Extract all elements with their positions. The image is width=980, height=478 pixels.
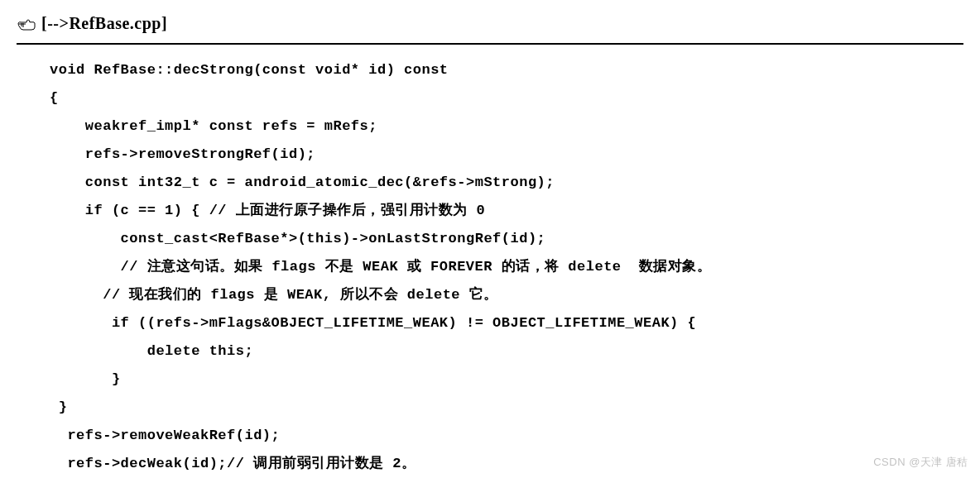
- code-line: const_cast<RefBase*>(this)->onLastStrong…: [50, 231, 545, 246]
- code-line: {: [50, 90, 59, 106]
- code-line: void RefBase::decStrong(const void* id) …: [50, 62, 449, 78]
- watermark: CSDN @天津 唐秸: [873, 452, 968, 471]
- file-title: [-->RefBase.cpp]: [41, 8, 167, 38]
- code-line: }: [50, 399, 67, 415]
- code-line: refs->removeWeakRef(id);: [50, 428, 280, 443]
- code-line: refs->removeStrongRef(id);: [50, 146, 315, 162]
- code-line: if ((refs->mFlags&OBJECT_LIFETIME_WEAK) …: [50, 315, 696, 331]
- code-line: // 现在我们的 flags 是 WEAK, 所以不会 delete 它。: [50, 287, 498, 303]
- code-line: refs->decWeak(id);// 调用前弱引用计数是 2。: [50, 456, 416, 471]
- code-line: // 注意这句话。如果 flags 不是 WEAK 或 FOREVER 的话，将…: [50, 259, 711, 275]
- code-line: weakref_impl* const refs = mRefs;: [50, 118, 377, 134]
- code-line: delete this;: [50, 343, 253, 359]
- pointing-hand-icon: [17, 15, 36, 31]
- code-block: void RefBase::decStrong(const void* id) …: [17, 56, 963, 478]
- document-header: [-->RefBase.cpp]: [17, 8, 963, 45]
- code-line: }: [50, 371, 121, 387]
- code-line: if (c == 1) { // 上面进行原子操作后，强引用计数为 0: [50, 203, 485, 218]
- code-line: const int32_t c = android_atomic_dec(&re…: [50, 174, 555, 190]
